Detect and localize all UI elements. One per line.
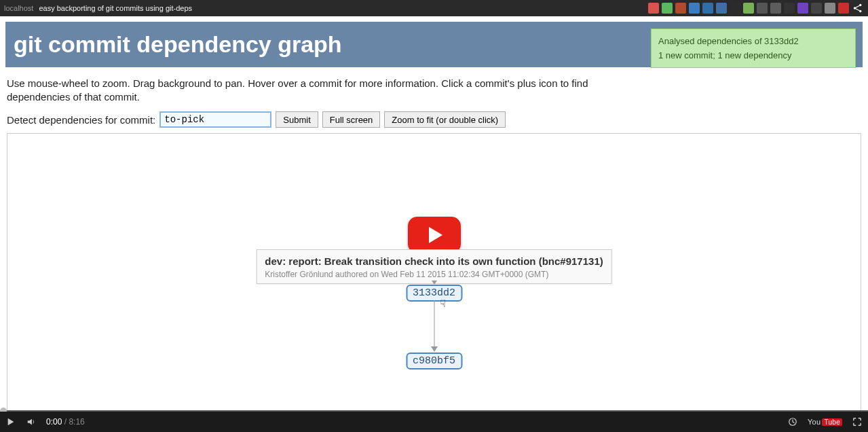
fullscreen-button[interactable]: Full screen bbox=[322, 111, 381, 128]
tooltip-meta: Kristoffer Grönlund authored on Wed Feb … bbox=[265, 270, 603, 279]
controls-row: Detect dependencies for commit: Submit F… bbox=[5, 111, 863, 132]
extension-icons bbox=[648, 2, 864, 14]
ext-icon[interactable] bbox=[784, 3, 795, 14]
ext-icon[interactable] bbox=[702, 3, 713, 14]
video-time-sep: / bbox=[62, 417, 69, 427]
video-time: 0:00 / 8:16 bbox=[46, 417, 85, 427]
commit-tooltip: dev: report: Break transition check into… bbox=[256, 249, 611, 284]
ext-icon[interactable] bbox=[743, 3, 754, 14]
ext-icon[interactable] bbox=[730, 3, 740, 14]
arrow-head-icon bbox=[431, 346, 438, 352]
video-duration: 8:16 bbox=[69, 417, 84, 427]
browser-chrome: localhost easy backporting of git commit… bbox=[0, 0, 868, 16]
video-control-bar: 0:00 / 8:16 YouTube bbox=[0, 412, 868, 432]
video-current-time: 0:00 bbox=[46, 417, 62, 427]
ext-icon[interactable] bbox=[648, 3, 659, 14]
youtube-logo-tube: Tube bbox=[822, 418, 842, 426]
youtube-play-button[interactable] bbox=[408, 217, 461, 253]
volume-icon[interactable] bbox=[26, 416, 37, 427]
commit-node-bottom[interactable]: c980bf5 bbox=[406, 353, 462, 370]
tooltip-title: dev: report: Break transition check into… bbox=[265, 255, 603, 267]
status-box: Analysed dependencies of 3133dd2 1 new c… bbox=[651, 29, 856, 68]
window-title: easy backporting of git commits using gi… bbox=[39, 4, 192, 12]
share-icon[interactable] bbox=[852, 2, 864, 14]
fullscreen-icon[interactable] bbox=[852, 416, 863, 427]
ext-icon[interactable] bbox=[838, 3, 849, 14]
ext-icon[interactable] bbox=[662, 3, 673, 14]
instructions-text: Use mouse-wheel to zoom. Drag background… bbox=[5, 71, 616, 111]
ext-icon[interactable] bbox=[811, 3, 822, 14]
zoom-fit-button[interactable]: Zoom to fit (or double click) bbox=[384, 111, 506, 128]
ext-icon[interactable] bbox=[770, 3, 781, 14]
address-bar-host: localhost bbox=[4, 4, 33, 12]
page: git commit dependency graph Analysed dep… bbox=[0, 16, 868, 410]
commit-input-label: Detect dependencies for commit: bbox=[7, 114, 155, 126]
edge-line bbox=[434, 300, 434, 351]
play-icon[interactable] bbox=[5, 416, 16, 427]
commit-input[interactable] bbox=[159, 111, 271, 128]
ext-icon[interactable] bbox=[825, 3, 835, 14]
ext-icon[interactable] bbox=[675, 3, 686, 14]
ext-icon[interactable] bbox=[757, 3, 768, 14]
youtube-logo[interactable]: YouTube bbox=[808, 418, 842, 426]
ext-icon[interactable] bbox=[797, 3, 808, 14]
status-line-1: Analysed dependencies of 3133dd2 bbox=[658, 36, 848, 46]
youtube-logo-text: You bbox=[808, 418, 820, 426]
watch-later-icon[interactable] bbox=[787, 416, 798, 427]
status-line-2: 1 new commit; 1 new dependency bbox=[658, 50, 848, 60]
ext-icon[interactable] bbox=[689, 3, 700, 14]
ext-icon[interactable] bbox=[716, 3, 727, 14]
graph-canvas[interactable]: dev: report: Break transition check into… bbox=[7, 133, 861, 431]
commit-node-top[interactable]: 3133dd2 bbox=[406, 285, 462, 302]
submit-button[interactable]: Submit bbox=[276, 111, 318, 128]
